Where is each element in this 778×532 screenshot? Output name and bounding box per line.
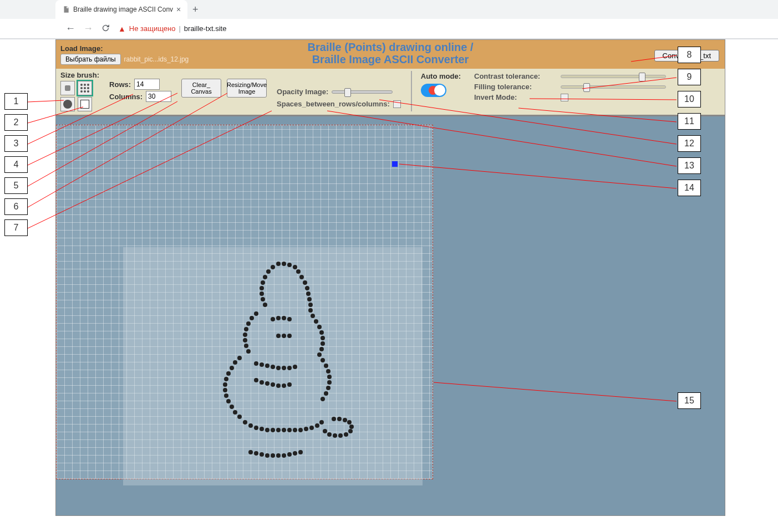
svg-point-110	[282, 453, 286, 458]
svg-point-60	[326, 386, 330, 390]
svg-point-90	[309, 426, 314, 430]
opacity-image-label: Opacity Image:	[277, 88, 328, 96]
svg-point-46	[226, 371, 231, 376]
svg-point-57	[326, 369, 330, 374]
choose-file-button[interactable]: Выбрать файлы	[60, 54, 121, 65]
spaces-checkbox[interactable]	[393, 100, 401, 108]
svg-point-49	[223, 388, 227, 392]
contrast-slider[interactable]	[561, 75, 666, 78]
svg-point-113	[298, 450, 303, 454]
svg-point-52	[230, 405, 234, 409]
warning-icon: ▲	[118, 24, 126, 33]
svg-point-107	[265, 453, 269, 458]
spaces-label: Spaces_between_rows/columns:	[277, 100, 390, 108]
svg-point-70	[293, 365, 297, 369]
svg-point-30	[244, 344, 248, 348]
svg-point-74	[271, 382, 275, 387]
svg-point-36	[271, 317, 275, 321]
svg-point-2	[287, 263, 292, 267]
svg-point-72	[260, 380, 264, 385]
convert-to-txt-button[interactable]: Convert_To_txt	[654, 50, 719, 62]
svg-point-79	[248, 423, 253, 428]
browser-tab[interactable]: Braille drawing image ASCII Conv ×	[55, 0, 187, 19]
back-button[interactable]: ←	[65, 23, 75, 34]
svg-point-59	[327, 380, 332, 385]
reload-button[interactable]	[101, 23, 110, 34]
svg-point-77	[287, 382, 292, 387]
resize-handle[interactable]	[392, 161, 398, 167]
svg-point-95	[343, 418, 347, 422]
annotation-4: 4	[4, 156, 28, 173]
svg-point-42	[287, 334, 292, 338]
svg-point-98	[348, 429, 353, 433]
svg-point-31	[246, 349, 251, 354]
svg-point-27	[319, 330, 324, 335]
svg-point-83	[271, 428, 275, 432]
brush-nine-dot[interactable]	[78, 81, 92, 95]
svg-point-103	[323, 429, 327, 433]
close-icon[interactable]: ×	[176, 5, 181, 14]
tab-title: Braille drawing image ASCII Conv	[73, 6, 173, 13]
svg-point-41	[282, 334, 286, 338]
resize-move-button[interactable]: Resizing/Move Image	[227, 79, 267, 98]
svg-point-23	[244, 327, 248, 331]
canvas-area	[56, 116, 725, 515]
browser-chrome: Braille drawing image ASCII Conv × + ← →…	[0, 0, 778, 39]
annotation-5: 5	[4, 177, 28, 194]
svg-point-105	[254, 451, 258, 456]
url-text: braille-txt.site	[184, 24, 227, 33]
top-header: Load Image: Выбрать файлы rabbit_pic...i…	[56, 40, 725, 69]
forward-button[interactable]: →	[83, 23, 93, 34]
svg-point-33	[321, 341, 325, 346]
svg-point-34	[319, 347, 324, 351]
svg-point-35	[317, 352, 322, 357]
new-tab-button[interactable]: +	[187, 2, 203, 17]
brush-big-dot[interactable]	[60, 97, 75, 111]
svg-point-97	[349, 424, 354, 429]
svg-point-84	[276, 428, 281, 432]
rows-label: Rows:	[109, 80, 131, 89]
svg-point-21	[250, 316, 254, 320]
invert-checkbox[interactable]	[561, 94, 568, 101]
svg-point-82	[265, 428, 269, 432]
svg-point-17	[307, 297, 312, 301]
svg-point-32	[321, 336, 325, 340]
svg-point-78	[243, 420, 247, 424]
svg-point-91	[315, 423, 319, 428]
columns-label: Columns:	[109, 93, 143, 101]
filling-slider[interactable]	[561, 85, 666, 89]
svg-point-14	[261, 297, 265, 301]
svg-point-25	[314, 319, 318, 324]
auto-mode-label: Auto mode:	[421, 72, 461, 80]
controls-panel: Size brush: Rows: Columns:	[56, 69, 725, 116]
auto-mode-toggle[interactable]	[421, 84, 446, 97]
svg-point-65	[265, 364, 269, 368]
svg-point-29	[243, 338, 247, 342]
svg-point-61	[324, 391, 328, 396]
svg-point-24	[311, 314, 315, 318]
opacity-slider[interactable]	[332, 90, 393, 94]
svg-point-93	[332, 417, 336, 421]
app-page: Load Image: Выбрать файлы rabbit_pic...i…	[55, 39, 725, 516]
svg-point-75	[276, 383, 281, 388]
svg-point-92	[319, 420, 324, 424]
drawing-grid[interactable]	[56, 125, 433, 479]
svg-point-102	[327, 432, 332, 437]
svg-point-5	[266, 269, 271, 274]
svg-point-12	[260, 286, 264, 290]
rows-input[interactable]	[134, 79, 160, 90]
columns-input[interactable]	[146, 91, 171, 102]
svg-point-99	[344, 432, 348, 437]
svg-point-71	[254, 378, 258, 382]
svg-point-87	[293, 428, 297, 432]
annotation-3: 3	[4, 135, 28, 152]
svg-point-47	[224, 377, 228, 381]
brush-small[interactable]	[60, 81, 75, 95]
address-bar[interactable]: ▲ Не защищено | braille-txt.site	[118, 24, 226, 33]
clear-canvas-button[interactable]: Clear_ Canvas	[181, 79, 221, 98]
svg-point-58	[327, 375, 332, 379]
brush-square[interactable]	[78, 97, 92, 111]
svg-point-18	[308, 303, 313, 307]
svg-point-53	[233, 410, 237, 415]
svg-point-26	[317, 325, 322, 329]
